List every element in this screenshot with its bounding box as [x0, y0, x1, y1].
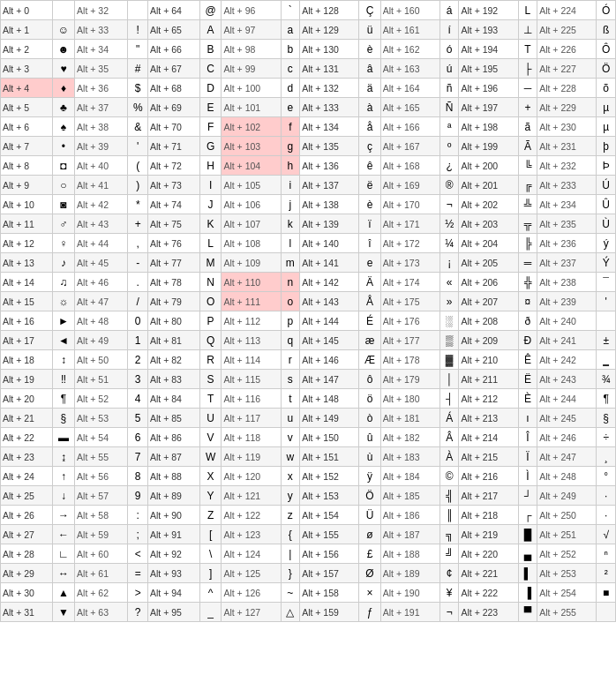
alt-symbol: å — [359, 117, 380, 137]
alt-symbol: Ó — [597, 1, 616, 20]
alt-code-label: Alt + 43 — [75, 214, 128, 234]
alt-code-label: Alt + 252 — [537, 544, 597, 564]
alt-symbol: ] — [199, 564, 222, 583]
alt-code-label: Alt + 85 — [147, 409, 199, 428]
alt-symbol: ® — [439, 176, 459, 195]
alt-symbol: G — [199, 137, 222, 156]
alt-code-label: Alt + 244 — [537, 389, 597, 409]
alt-code-label: Alt + 19 — [1, 370, 53, 389]
alt-symbol: Þ — [597, 156, 616, 176]
alt-code-label: Alt + 186 — [380, 506, 439, 525]
alt-code-label: Alt + 180 — [380, 389, 439, 409]
alt-symbol: ª — [439, 117, 459, 137]
alt-code-label: Alt + 140 — [300, 234, 359, 253]
alt-code-label: Alt + 189 — [380, 564, 439, 583]
alt-symbol: ú — [439, 59, 459, 79]
alt-symbol: H — [199, 156, 222, 176]
alt-symbol: ¶ — [52, 389, 74, 409]
alt-symbol: ← — [52, 525, 74, 544]
alt-code-label: Alt + 170 — [380, 195, 439, 214]
alt-code-label: Alt + 243 — [537, 370, 597, 389]
alt-symbol: ò — [359, 409, 380, 428]
table-row: Alt + 20¶Alt + 524Alt + 84TAlt + 116tAlt… — [1, 389, 616, 409]
alt-symbol: ¶ — [597, 389, 616, 409]
table-row: Alt + 18↕Alt + 502Alt + 82RAlt + 114rAlt… — [1, 350, 616, 370]
alt-code-label: Alt + 149 — [300, 409, 359, 428]
alt-symbol: ↓ — [52, 486, 74, 506]
alt-symbol: 6 — [128, 428, 148, 447]
alt-code-label: Alt + 227 — [537, 59, 597, 79]
alt-code-label: Alt + 253 — [537, 564, 597, 583]
alt-code-label: Alt + 187 — [380, 525, 439, 544]
alt-code-label: Alt + 14 — [1, 273, 53, 292]
alt-symbol: i — [281, 176, 300, 195]
alt-code-label: Alt + 224 — [537, 1, 597, 20]
table-row: Alt + 23↨Alt + 557Alt + 87WAlt + 119wAlt… — [1, 447, 616, 467]
alt-code-label: Alt + 169 — [380, 176, 439, 195]
alt-symbol: ü — [359, 20, 380, 40]
alt-symbol: o — [281, 292, 300, 311]
alt-symbol: È — [518, 389, 537, 409]
alt-symbol: , — [128, 234, 148, 253]
alt-symbol: Q — [199, 331, 222, 350]
alt-code-label: Alt + 48 — [75, 311, 128, 331]
alt-code-label: Alt + 229 — [537, 98, 597, 117]
alt-code-label: Alt + 246 — [537, 428, 597, 447]
alt-code-label: Alt + 192 — [459, 1, 518, 20]
alt-symbol: É — [359, 311, 380, 331]
alt-symbol: ` — [281, 1, 300, 20]
alt-symbol: ╦ — [518, 214, 537, 234]
alt-code-label: Alt + 38 — [75, 117, 128, 137]
alt-symbol: ☻ — [52, 40, 74, 59]
alt-code-label: Alt + 7 — [1, 137, 53, 156]
alt-symbol: ░ — [439, 311, 459, 331]
alt-symbol: J — [199, 195, 222, 214]
alt-code-label: Alt + 198 — [459, 117, 518, 137]
alt-code-label: Alt + 93 — [147, 564, 199, 583]
alt-symbol: . — [128, 273, 148, 292]
alt-code-label: Alt + 31 — [1, 603, 53, 622]
alt-symbol: A — [199, 20, 222, 40]
alt-code-label: Alt + 242 — [537, 350, 597, 370]
alt-symbol: ë — [359, 176, 380, 195]
alt-code-label: Alt + 148 — [300, 389, 359, 409]
alt-code-label: Alt + 5 — [1, 98, 53, 117]
alt-code-label: Alt + 0 — [1, 1, 53, 20]
alt-symbol: ¢ — [439, 564, 459, 583]
alt-code-label: Alt + 179 — [380, 370, 439, 389]
alt-code-label: Alt + 110 — [222, 273, 281, 292]
alt-code-label: Alt + 133 — [300, 98, 359, 117]
alt-code-label: Alt + 143 — [300, 292, 359, 311]
alt-code-label: Alt + 181 — [380, 409, 439, 428]
alt-symbol: I — [199, 176, 222, 195]
alt-symbol: j — [281, 195, 300, 214]
alt-code-label: Alt + 75 — [147, 214, 199, 234]
alt-code-label: Alt + 145 — [300, 331, 359, 350]
alt-code-label: Alt + 51 — [75, 370, 128, 389]
alt-code-label: Alt + 166 — [380, 117, 439, 137]
alt-symbol: ¼ — [439, 234, 459, 253]
alt-symbol: n — [281, 273, 300, 292]
alt-code-label: Alt + 80 — [147, 311, 199, 331]
alt-code-label: Alt + 8 — [1, 156, 53, 176]
alt-code-label: Alt + 159 — [300, 603, 359, 622]
alt-symbol: 2 — [128, 350, 148, 370]
alt-symbol: Ý — [597, 253, 616, 273]
alt-symbol: ~ — [281, 583, 300, 603]
alt-code-label: Alt + 76 — [147, 234, 199, 253]
alt-code-label: Alt + 196 — [459, 79, 518, 98]
alt-code-label: Alt + 24 — [1, 467, 53, 486]
alt-symbol: ╩ — [518, 195, 537, 214]
alt-symbol: ñ — [439, 79, 459, 98]
alt-symbol: ☺ — [52, 20, 74, 40]
alt-symbol: Ç — [359, 1, 380, 20]
alt-symbol — [128, 1, 148, 20]
alt-code-label: Alt + 91 — [147, 525, 199, 544]
alt-code-label: Alt + 66 — [147, 40, 199, 59]
alt-symbol: | — [281, 544, 300, 564]
alt-code-label: Alt + 96 — [222, 1, 281, 20]
alt-code-label: Alt + 144 — [300, 311, 359, 331]
alt-code-label: Alt + 124 — [222, 544, 281, 564]
alt-symbol: T — [518, 40, 537, 59]
alt-symbol: ­ — [597, 311, 616, 331]
